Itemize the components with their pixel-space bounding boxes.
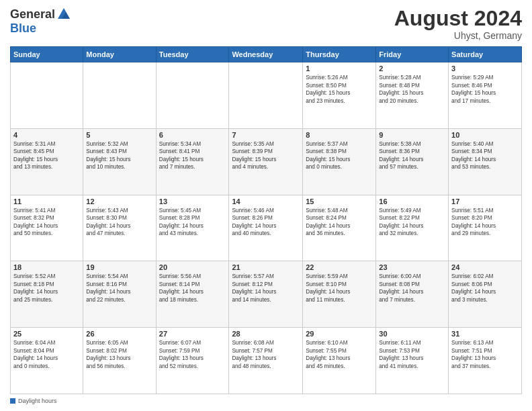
day-number: 14 [232, 197, 300, 205]
day-info: Sunrise: 5:45 AM Sunset: 8:28 PM Dayligh… [159, 207, 226, 238]
day-number: 4 [13, 131, 80, 139]
day-number: 18 [13, 263, 80, 271]
day-number: 9 [379, 131, 445, 139]
day-info: Sunrise: 5:48 AM Sunset: 8:24 PM Dayligh… [306, 207, 373, 238]
day-number: 31 [451, 330, 519, 338]
calendar-cell: 23Sunrise: 6:00 AM Sunset: 8:08 PM Dayli… [376, 261, 449, 328]
day-info: Sunrise: 5:52 AM Sunset: 8:18 PM Dayligh… [13, 273, 80, 304]
day-number: 10 [451, 131, 519, 139]
calendar-cell: 26Sunrise: 6:05 AM Sunset: 8:02 PM Dayli… [83, 328, 156, 394]
footer-label: Daylight hours [18, 398, 57, 404]
calendar-cell: 19Sunrise: 5:54 AM Sunset: 8:16 PM Dayli… [83, 261, 156, 328]
day-info: Sunrise: 5:40 AM Sunset: 8:34 PM Dayligh… [451, 140, 519, 171]
calendar-cell [83, 62, 156, 129]
day-info: Sunrise: 5:59 AM Sunset: 8:10 PM Dayligh… [306, 273, 373, 304]
calendar-cell [11, 62, 83, 129]
day-number: 22 [306, 263, 373, 271]
day-number: 25 [13, 330, 80, 338]
day-info: Sunrise: 5:43 AM Sunset: 8:30 PM Dayligh… [86, 207, 152, 238]
calendar-cell: 17Sunrise: 5:51 AM Sunset: 8:20 PM Dayli… [449, 195, 522, 261]
day-header-tuesday: Tuesday [156, 47, 229, 62]
day-number: 30 [379, 330, 445, 338]
calendar-week-1: 1Sunrise: 5:26 AM Sunset: 8:50 PM Daylig… [11, 62, 522, 129]
day-number: 8 [306, 131, 373, 139]
calendar-cell: 29Sunrise: 6:10 AM Sunset: 7:55 PM Dayli… [303, 328, 376, 394]
day-number: 17 [451, 197, 519, 205]
calendar-cell: 13Sunrise: 5:45 AM Sunset: 8:28 PM Dayli… [156, 195, 229, 261]
calendar-cell: 8Sunrise: 5:37 AM Sunset: 8:38 PM Daylig… [303, 128, 376, 195]
calendar-cell: 22Sunrise: 5:59 AM Sunset: 8:10 PM Dayli… [303, 261, 376, 328]
month-title: August 2024 [394, 7, 522, 30]
day-info: Sunrise: 5:41 AM Sunset: 8:32 PM Dayligh… [13, 207, 80, 238]
calendar-cell: 7Sunrise: 5:35 AM Sunset: 8:39 PM Daylig… [229, 128, 303, 195]
day-info: Sunrise: 5:49 AM Sunset: 8:22 PM Dayligh… [379, 207, 445, 238]
day-info: Sunrise: 5:34 AM Sunset: 8:41 PM Dayligh… [159, 140, 226, 171]
day-info: Sunrise: 5:35 AM Sunset: 8:39 PM Dayligh… [232, 140, 300, 171]
day-number: 1 [306, 64, 373, 73]
day-number: 27 [159, 330, 226, 338]
location-subtitle: Uhyst, Germany [394, 30, 522, 41]
day-info: Sunrise: 5:57 AM Sunset: 8:12 PM Dayligh… [232, 273, 300, 304]
day-info: Sunrise: 6:00 AM Sunset: 8:08 PM Dayligh… [379, 273, 445, 304]
day-info: Sunrise: 5:46 AM Sunset: 8:26 PM Dayligh… [232, 207, 300, 238]
day-number: 13 [159, 197, 226, 205]
day-info: Sunrise: 6:07 AM Sunset: 7:59 PM Dayligh… [159, 339, 226, 370]
header: General Blue August 2024 Uhyst, Germany [10, 7, 522, 41]
day-info: Sunrise: 5:38 AM Sunset: 8:36 PM Dayligh… [379, 140, 445, 171]
calendar-table: SundayMondayTuesdayWednesdayThursdayFrid… [10, 46, 522, 394]
day-info: Sunrise: 5:29 AM Sunset: 8:46 PM Dayligh… [451, 74, 519, 105]
calendar-cell: 28Sunrise: 6:08 AM Sunset: 7:57 PM Dayli… [229, 328, 303, 394]
day-info: Sunrise: 6:11 AM Sunset: 7:53 PM Dayligh… [379, 339, 445, 370]
calendar-cell: 12Sunrise: 5:43 AM Sunset: 8:30 PM Dayli… [83, 195, 156, 261]
calendar-cell: 27Sunrise: 6:07 AM Sunset: 7:59 PM Dayli… [156, 328, 229, 394]
day-number: 11 [13, 197, 80, 205]
day-number: 2 [379, 64, 445, 73]
calendar-cell: 2Sunrise: 5:28 AM Sunset: 8:48 PM Daylig… [376, 62, 449, 129]
calendar-cell [229, 62, 303, 129]
day-info: Sunrise: 6:02 AM Sunset: 8:06 PM Dayligh… [451, 273, 519, 304]
day-number: 5 [86, 131, 152, 139]
day-info: Sunrise: 6:10 AM Sunset: 7:55 PM Dayligh… [306, 339, 373, 370]
calendar-cell: 5Sunrise: 5:32 AM Sunset: 8:43 PM Daylig… [83, 128, 156, 195]
calendar-cell: 18Sunrise: 5:52 AM Sunset: 8:18 PM Dayli… [11, 261, 83, 328]
day-info: Sunrise: 5:37 AM Sunset: 8:38 PM Dayligh… [306, 140, 373, 171]
day-info: Sunrise: 5:26 AM Sunset: 8:50 PM Dayligh… [306, 74, 373, 105]
day-info: Sunrise: 5:54 AM Sunset: 8:16 PM Dayligh… [86, 273, 152, 304]
logo-blue-text: Blue [10, 21, 36, 36]
day-header-wednesday: Wednesday [229, 47, 303, 62]
day-header-sunday: Sunday [11, 47, 83, 62]
calendar-cell: 16Sunrise: 5:49 AM Sunset: 8:22 PM Dayli… [376, 195, 449, 261]
logo: General Blue [10, 7, 71, 36]
day-number: 16 [379, 197, 445, 205]
day-info: Sunrise: 5:56 AM Sunset: 8:14 PM Dayligh… [159, 273, 226, 304]
day-number: 23 [379, 263, 445, 271]
day-info: Sunrise: 6:04 AM Sunset: 8:04 PM Dayligh… [13, 339, 80, 370]
calendar-cell: 15Sunrise: 5:48 AM Sunset: 8:24 PM Dayli… [303, 195, 376, 261]
footer: Daylight hours [10, 398, 522, 404]
day-info: Sunrise: 6:05 AM Sunset: 8:02 PM Dayligh… [86, 339, 152, 370]
day-number: 21 [232, 263, 300, 271]
calendar-cell: 25Sunrise: 6:04 AM Sunset: 8:04 PM Dayli… [11, 328, 83, 394]
day-number: 12 [86, 197, 152, 205]
day-info: Sunrise: 5:32 AM Sunset: 8:43 PM Dayligh… [86, 140, 152, 171]
title-block: August 2024 Uhyst, Germany [394, 7, 522, 41]
day-number: 6 [159, 131, 226, 139]
day-number: 28 [232, 330, 300, 338]
day-info: Sunrise: 6:13 AM Sunset: 7:51 PM Dayligh… [451, 339, 519, 370]
day-header-thursday: Thursday [303, 47, 376, 62]
calendar-cell: 24Sunrise: 6:02 AM Sunset: 8:06 PM Dayli… [449, 261, 522, 328]
day-info: Sunrise: 5:31 AM Sunset: 8:45 PM Dayligh… [13, 140, 80, 171]
footer-dot [10, 398, 15, 404]
day-number: 29 [306, 330, 373, 338]
day-header-friday: Friday [376, 47, 449, 62]
day-number: 20 [159, 263, 226, 271]
calendar-cell [156, 62, 229, 129]
calendar-cell: 20Sunrise: 5:56 AM Sunset: 8:14 PM Dayli… [156, 261, 229, 328]
calendar-cell: 1Sunrise: 5:26 AM Sunset: 8:50 PM Daylig… [303, 62, 376, 129]
calendar-week-2: 4Sunrise: 5:31 AM Sunset: 8:45 PM Daylig… [11, 128, 522, 195]
calendar-week-4: 18Sunrise: 5:52 AM Sunset: 8:18 PM Dayli… [11, 261, 522, 328]
calendar-cell: 9Sunrise: 5:38 AM Sunset: 8:36 PM Daylig… [376, 128, 449, 195]
day-info: Sunrise: 5:51 AM Sunset: 8:20 PM Dayligh… [451, 207, 519, 238]
calendar-cell: 10Sunrise: 5:40 AM Sunset: 8:34 PM Dayli… [449, 128, 522, 195]
calendar-cell: 30Sunrise: 6:11 AM Sunset: 7:53 PM Dayli… [376, 328, 449, 394]
